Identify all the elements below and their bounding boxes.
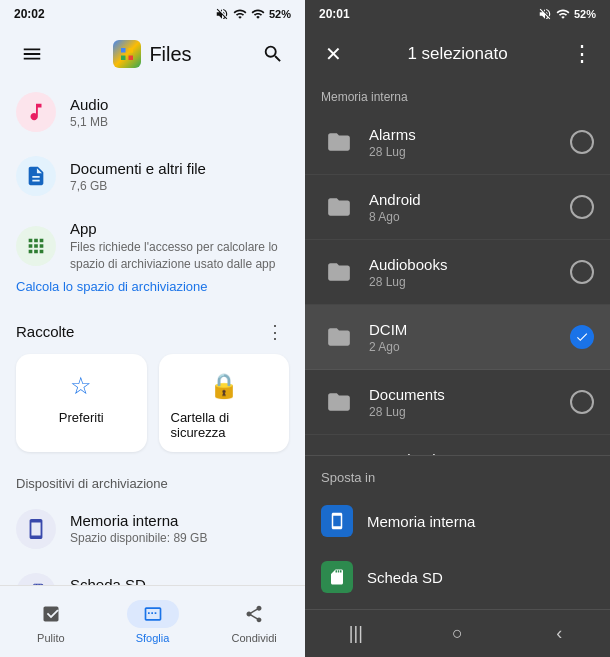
app-title-text: App xyxy=(70,220,289,237)
internal-storage-icon xyxy=(25,518,47,540)
right-signal-icon xyxy=(556,7,570,21)
nav-browse[interactable]: Sfoglia xyxy=(102,592,204,652)
app-description: Files richiede l'accesso per calcolare l… xyxy=(70,239,289,273)
folder-audiobooks-icon xyxy=(321,254,357,290)
internal-icon-wrap xyxy=(16,509,56,549)
close-button[interactable]: ✕ xyxy=(315,36,351,72)
favorites-card[interactable]: ☆ Preferiti xyxy=(16,354,147,452)
browse-label: Sfoglia xyxy=(136,632,170,644)
move-to-internal[interactable]: Memoria interna xyxy=(305,493,610,549)
collections-more-button[interactable]: ⋮ xyxy=(261,318,289,346)
nav-clean[interactable]: Pulito xyxy=(0,592,102,652)
folder-download[interactable]: Download 29 Lug xyxy=(305,435,610,455)
internal-icon-svg xyxy=(328,512,346,530)
folder-audiobooks-name: Audiobooks xyxy=(369,256,570,273)
left-status-icons: 52% xyxy=(215,7,291,21)
folder-alarms-date: 28 Lug xyxy=(369,145,570,159)
internal-memory-title: Memoria interna xyxy=(70,512,207,529)
more-button[interactable]: ⋮ xyxy=(564,36,600,72)
documents-item[interactable]: Documenti e altri file 7,6 GB xyxy=(0,144,305,208)
folder-android-date: 8 Ago xyxy=(369,210,570,224)
folder-icon-svg xyxy=(326,129,352,155)
left-status-bar: 20:02 52% xyxy=(0,0,305,28)
audio-title: Audio xyxy=(70,96,108,113)
calc-storage-link[interactable]: Calcola lo spazio di archiviazione xyxy=(16,279,289,294)
internal-memory-info: Memoria interna Spazio disponibile: 89 G… xyxy=(70,512,207,545)
folder-documents-check[interactable] xyxy=(570,390,594,414)
right-mute-icon xyxy=(538,7,552,21)
clean-icon-wrap xyxy=(25,600,77,628)
app-info: App Files richiede l'accesso per calcola… xyxy=(70,220,289,273)
folder-android-check[interactable] xyxy=(570,195,594,219)
right-nav-home[interactable]: ○ xyxy=(433,614,481,654)
folder-alarms-check[interactable] xyxy=(570,130,594,154)
move-to-label: Sposta in xyxy=(305,466,610,493)
collections-header: Raccolte ⋮ xyxy=(0,306,305,354)
folder-dcim-date: 2 Ago xyxy=(369,340,570,354)
app-storage-item[interactable]: App Files richiede l'accesso per calcola… xyxy=(16,220,289,273)
folder-dcim-check[interactable] xyxy=(570,325,594,349)
audio-icon-wrap xyxy=(16,92,56,132)
right-status-icons: 52% xyxy=(538,7,596,21)
folder-audiobooks[interactable]: Audiobooks 28 Lug xyxy=(305,240,610,305)
audio-subtitle: 5,1 MB xyxy=(70,115,108,129)
move-sdcard-icon xyxy=(321,561,353,593)
documents-icon-wrap xyxy=(16,156,56,196)
left-battery: 52% xyxy=(269,8,291,20)
folder-dcim-info: DCIM 2 Ago xyxy=(369,321,570,354)
nav-share[interactable]: Condividi xyxy=(203,592,305,652)
folder-documents-icon xyxy=(321,384,357,420)
move-to-sdcard[interactable]: Scheda SD xyxy=(305,549,610,605)
security-icon: 🔒 xyxy=(209,372,239,400)
sdcard-icon-svg xyxy=(328,568,346,586)
folder-dcim[interactable]: DCIM 2 Ago xyxy=(305,305,610,370)
files-logo xyxy=(118,45,136,63)
folder-list: Alarms 28 Lug Android 8 Ago Audiobooks 2 xyxy=(305,110,610,455)
files-app-icon xyxy=(113,40,141,68)
search-icon xyxy=(262,43,284,65)
folder-icon-svg xyxy=(326,194,352,220)
internal-memory-subtitle: Spazio disponibile: 89 GB xyxy=(70,531,207,545)
signal-icon xyxy=(233,7,247,21)
folder-alarms[interactable]: Alarms 28 Lug xyxy=(305,110,610,175)
right-panel: 20:01 52% ✕ 1 selezionato ⋮ Memoria inte… xyxy=(305,0,610,657)
folder-audiobooks-date: 28 Lug xyxy=(369,275,570,289)
right-bottom-nav: ||| ○ ‹ xyxy=(305,609,610,657)
right-section-label: Memoria interna xyxy=(305,80,610,110)
folder-audiobooks-check[interactable] xyxy=(570,260,594,284)
clean-label: Pulito xyxy=(37,632,65,644)
folder-documents[interactable]: Documents 28 Lug xyxy=(305,370,610,435)
right-nav-recent[interactable]: ||| xyxy=(332,614,380,654)
folder-alarms-icon xyxy=(321,124,357,160)
storage-section-label: Dispositivi di archiviazione xyxy=(0,464,305,497)
move-sdcard-label: Scheda SD xyxy=(367,569,443,586)
right-battery: 52% xyxy=(574,8,596,20)
mute-icon xyxy=(215,7,229,21)
documents-info: Documenti e altri file 7,6 GB xyxy=(70,160,206,193)
selection-title: 1 selezionato xyxy=(407,44,507,64)
menu-icon xyxy=(21,43,43,65)
right-nav-back[interactable]: ‹ xyxy=(535,614,583,654)
wifi-icon xyxy=(251,7,265,21)
internal-memory-item[interactable]: Memoria interna Spazio disponibile: 89 G… xyxy=(0,497,305,561)
folder-android[interactable]: Android 8 Ago xyxy=(305,175,610,240)
app-icon xyxy=(25,235,47,257)
folder-android-icon xyxy=(321,189,357,225)
clean-icon xyxy=(41,604,61,624)
left-scroll-content: Audio 5,1 MB Documenti e altri file 7,6 … xyxy=(0,80,305,657)
folder-android-name: Android xyxy=(369,191,570,208)
security-folder-label: Cartella di sicurezza xyxy=(171,410,278,440)
documents-title: Documenti e altri file xyxy=(70,160,206,177)
browse-icon xyxy=(143,604,163,624)
search-button[interactable] xyxy=(255,36,291,72)
folder-alarms-name: Alarms xyxy=(369,126,570,143)
app-title-container: Files xyxy=(113,40,191,68)
audio-item[interactable]: Audio 5,1 MB xyxy=(0,80,305,144)
security-folder-card[interactable]: 🔒 Cartella di sicurezza xyxy=(159,354,290,452)
menu-button[interactable] xyxy=(14,36,50,72)
documents-icon xyxy=(25,165,47,187)
share-label: Condividi xyxy=(232,632,277,644)
folder-audiobooks-info: Audiobooks 28 Lug xyxy=(369,256,570,289)
folder-alarms-info: Alarms 28 Lug xyxy=(369,126,570,159)
folder-dcim-name: DCIM xyxy=(369,321,570,338)
